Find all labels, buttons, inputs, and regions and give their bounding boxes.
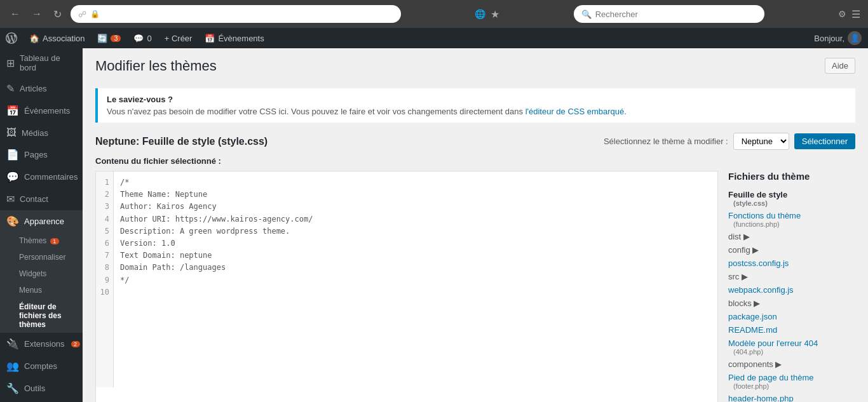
sidebar-item-medias[interactable]: 🖼 Médias (0, 122, 83, 144)
theme-select[interactable]: Neptune (733, 133, 789, 150)
adminbar-right: Bonjour, 👤 (808, 28, 868, 48)
sidebar-item-pages[interactable]: 📄 Pages (0, 144, 83, 166)
adminbar-updates[interactable]: 🔄 3 (91, 28, 127, 48)
file-item[interactable]: webpack.config.js (728, 283, 855, 297)
notice-link[interactable]: l'éditeur de CSS embarqué. (526, 107, 627, 116)
sidebar-item-comptes[interactable]: 👥 Comptes (0, 355, 83, 377)
comptes-icon: 👥 (6, 360, 19, 372)
file-item[interactable]: postcss.config.js (728, 257, 855, 270)
widgets-label: Widgets (19, 269, 46, 278)
file-item[interactable]: config ▶ (728, 243, 855, 257)
adminbar-events[interactable]: 📅 Évènements (198, 28, 270, 48)
file-item[interactable]: Fonctions du thème(functions.php) (728, 209, 855, 230)
browser-right-icons: ⚙ ☰ (838, 8, 860, 20)
code-content[interactable]: /* Theme Name: Neptune Author: Kairos Ag… (114, 171, 717, 387)
search-bar[interactable]: 🔍 Rechercher (574, 5, 764, 23)
file-item[interactable]: Feuille de style(style.css) (728, 188, 855, 209)
sidebar-item-apparence[interactable]: 🎨 Apparence (0, 210, 83, 232)
contact-icon: ✉ (6, 193, 15, 205)
sidebar-item-label-medias: Médias (22, 128, 48, 138)
sidebar-item-evenements[interactable]: 📅 Évènements (0, 100, 83, 122)
submenu-themes[interactable]: Thèmes 1 (0, 232, 83, 249)
files-list: Feuille de style(style.css)Fonctions du … (728, 188, 855, 402)
file-content-label: Contenu du fichier sélectionné : (95, 156, 855, 166)
selector-label: Sélectionnez le thème à modifier : (604, 137, 728, 146)
wp-logo[interactable] (0, 28, 23, 48)
theme-editor-header: Neptune: Feuille de style (style.css) Sé… (95, 133, 855, 150)
sidebar-item-reglages[interactable]: ⚙ Réglages (0, 399, 83, 402)
url-bar[interactable]: ☍ 🔒 (71, 5, 401, 23)
extension-icon[interactable]: ⚙ (838, 9, 846, 19)
sidebar-item-outils[interactable]: 🔧 Outils (0, 377, 83, 399)
select-theme-button[interactable]: Sélectionner (794, 133, 855, 149)
medias-icon: 🖼 (6, 127, 17, 138)
sidebar-item-contact[interactable]: ✉ Contact (0, 188, 83, 210)
events-label: Évènements (218, 34, 264, 43)
extensions-badge: 2 (71, 341, 80, 347)
pages-icon: 📄 (6, 149, 19, 161)
evenements-icon: 📅 (6, 105, 19, 117)
page-title: Modifier les thèmes (95, 58, 217, 74)
file-item[interactable]: package.json (728, 310, 855, 323)
personnaliser-label: Personnaliser (19, 253, 65, 262)
aide-button[interactable]: Aide (825, 58, 855, 74)
file-item[interactable]: blocks ▶ (728, 297, 855, 310)
editeur-label: Éditeur de fichiers des thèmes (19, 302, 62, 329)
theme-file-title: Neptune: Feuille de style (style.css) (95, 136, 268, 147)
adminbar-site[interactable]: 🏠 Association (23, 28, 91, 48)
wp-main-content: Modifier les thèmes Aide Le saviez-vous … (83, 48, 868, 402)
themes-badge: 1 (50, 238, 59, 245)
star-icon[interactable]: ★ (491, 8, 499, 20)
file-item[interactable]: components ▶ (728, 358, 855, 371)
submenu-personnaliser[interactable]: Personnaliser (0, 249, 83, 265)
submenu-widgets[interactable]: Widgets (0, 265, 83, 282)
file-item[interactable]: Modèle pour l'erreur 404(404.php) (728, 337, 855, 358)
files-panel: Fichiers du thème Feuille de style(style… (728, 171, 855, 402)
file-item[interactable]: src ▶ (728, 270, 855, 283)
articles-icon: ✎ (6, 83, 15, 95)
file-item[interactable]: header-home.php (728, 392, 855, 402)
updates-badge: 3 (111, 35, 121, 42)
line-numbers: 1 2 3 4 5 6 7 8 9 10 (96, 171, 114, 387)
bonjour-label: Bonjour, (814, 34, 844, 43)
wp-layout: ⊞ Tableau de bord ✎ Articles 📅 Évènement… (0, 48, 868, 402)
extensions-icon: 🔌 (6, 338, 19, 350)
sidebar-item-extensions[interactable]: 🔌 Extensions 2 (0, 333, 83, 355)
menu-icon[interactable]: ☰ (851, 8, 860, 20)
forward-button[interactable]: → (29, 6, 44, 22)
translate-icon: 🌐 (475, 9, 485, 19)
dashboard-icon: ⊞ (6, 57, 15, 69)
sidebar-item-commentaires[interactable]: 💬 Commentaires (0, 166, 83, 188)
outils-icon: 🔧 (6, 382, 19, 394)
sidebar-item-label-comptes: Comptes (24, 361, 57, 371)
reload-button[interactable]: ↻ (51, 6, 64, 23)
adminbar-comments[interactable]: 💬 0 (127, 28, 158, 48)
wp-admin-bar: 🏠 Association 🔄 3 💬 0 + Créer 📅 Évènemen… (0, 28, 868, 48)
file-item[interactable]: README.md (728, 323, 855, 337)
adminbar-bonjour[interactable]: Bonjour, 👤 (808, 28, 868, 48)
back-button[interactable]: ← (8, 6, 23, 22)
lock-icon: 🔒 (90, 10, 100, 18)
code-editor[interactable]: 1 2 3 4 5 6 7 8 9 10 /* Theme Name: Nept… (96, 171, 717, 387)
apparence-submenu: Thèmes 1 Personnaliser Widgets Menus Édi… (0, 232, 83, 333)
sidebar-item-label-apparence: Apparence (24, 217, 64, 226)
comments-icon: 💬 (133, 34, 144, 43)
file-item[interactable]: dist ▶ (728, 230, 855, 243)
menus-label: Menus (19, 286, 42, 295)
create-label: + Créer (165, 34, 193, 43)
submenu-menus[interactable]: Menus (0, 282, 83, 298)
sidebar-item-label-articles: Articles (20, 84, 47, 93)
submenu-editeur[interactable]: Éditeur de fichiers des thèmes (0, 298, 83, 333)
commentaires-icon: 💬 (6, 171, 19, 183)
events-icon: 📅 (205, 34, 215, 43)
notice-box: Le saviez-vous ? Vous n'avez pas besoin … (95, 88, 855, 123)
adminbar-create[interactable]: + Créer (158, 28, 199, 48)
apparence-icon: 🎨 (6, 215, 19, 227)
sidebar-item-label-contact: Contact (20, 194, 48, 204)
sidebar-item-articles[interactable]: ✎ Articles (0, 77, 83, 100)
files-panel-title: Fichiers du thème (728, 171, 855, 182)
file-item[interactable]: Pied de page du thème(footer.php) (728, 371, 855, 392)
updates-icon: 🔄 (97, 34, 107, 43)
sidebar-item-dashboard[interactable]: ⊞ Tableau de bord (0, 48, 83, 77)
shield-icon: ☍ (78, 10, 86, 19)
